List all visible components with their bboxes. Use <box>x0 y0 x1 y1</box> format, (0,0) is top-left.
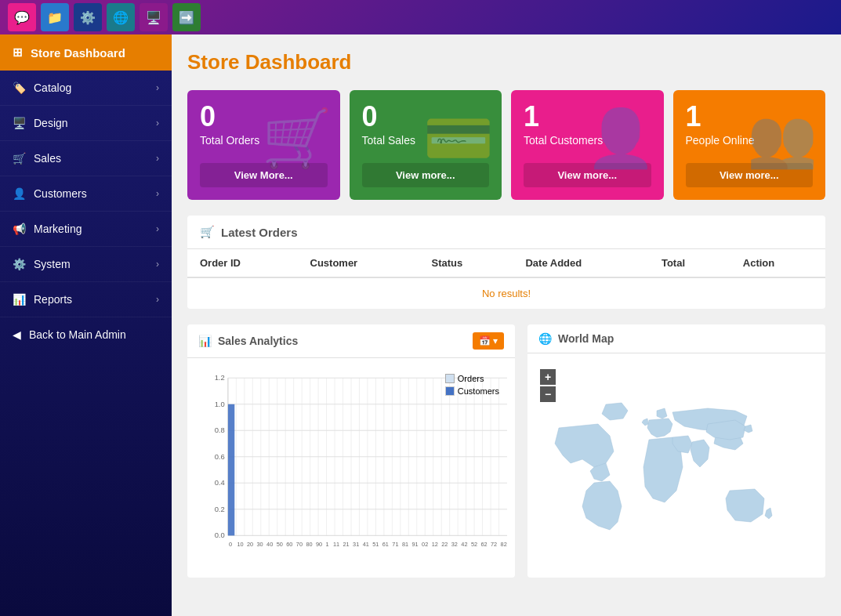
legend-orders: Orders <box>445 374 499 383</box>
col-date-added: Date Added <box>513 249 649 277</box>
col-status: Status <box>419 249 513 277</box>
svg-text:70: 70 <box>296 541 303 548</box>
svg-text:12: 12 <box>432 541 438 548</box>
chart-area: Orders Customers <box>187 358 515 578</box>
chevron-icon: › <box>156 153 159 164</box>
person-icon: 👤 <box>585 105 656 172</box>
page-title: Store Dashboard <box>187 50 825 74</box>
svg-text:50: 50 <box>277 541 283 548</box>
sidebar-item-system[interactable]: ⚙️ System › <box>0 247 172 282</box>
grid-icon: ⊞ <box>13 45 23 60</box>
globe-icon[interactable]: 🌐 <box>107 3 135 31</box>
sidebar-item-customers[interactable]: 👤 Customers › <box>0 176 172 212</box>
analytics-card: 📊 Sales Analytics 📅 ▾ Orders Customers <box>187 324 515 578</box>
chart-icon: 📊 <box>198 335 212 347</box>
back-arrow-icon: ◀ <box>13 328 21 341</box>
folder-icon[interactable]: 📁 <box>41 3 69 31</box>
sidebar-item-marketing[interactable]: 📢 Marketing › <box>0 212 172 247</box>
orders-header: 🛒 Latest Orders <box>187 216 825 249</box>
svg-text:72: 72 <box>491 541 497 548</box>
chat-icon[interactable]: 💬 <box>8 3 36 31</box>
svg-text:0.4: 0.4 <box>215 478 225 487</box>
chart-legend: Orders Customers <box>445 374 499 396</box>
legend-orders-label: Orders <box>458 374 484 383</box>
svg-text:20: 20 <box>247 541 253 548</box>
sidebar-item-back-to-main[interactable]: ◀ Back to Main Admin <box>0 317 172 352</box>
svg-text:0.6: 0.6 <box>215 452 225 461</box>
svg-text:0.0: 0.0 <box>215 531 225 540</box>
svg-text:32: 32 <box>451 541 458 548</box>
calendar-button[interactable]: 📅 ▾ <box>473 332 504 350</box>
chevron-icon: › <box>156 223 159 234</box>
legend-customers-label: Customers <box>458 386 499 396</box>
system-icon: ⚙️ <box>13 258 26 270</box>
svg-text:81: 81 <box>402 541 408 548</box>
map-zoom-out-button[interactable]: − <box>540 386 556 402</box>
analytics-title: Sales Analytics <box>218 335 298 347</box>
svg-text:1.0: 1.0 <box>215 400 225 408</box>
svg-text:42: 42 <box>461 541 467 548</box>
bottom-section: 📊 Sales Analytics 📅 ▾ Orders Customers <box>187 324 825 578</box>
settings-icon[interactable]: ⚙️ <box>74 3 102 31</box>
marketing-icon: 📢 <box>13 223 26 235</box>
svg-text:21: 21 <box>343 541 350 548</box>
svg-text:1: 1 <box>326 541 329 548</box>
people-icon: 👥 <box>747 105 817 172</box>
svg-text:71: 71 <box>392 541 398 548</box>
customers-icon: 👤 <box>13 187 26 200</box>
legend-customers: Customers <box>445 386 499 396</box>
main-container: ⊞ Store Dashboard 🏷️ Catalog › 🖥️ Design… <box>0 34 841 616</box>
map-controls: + − <box>540 369 556 402</box>
monitor-icon[interactable]: 🖥️ <box>140 3 168 31</box>
sidebar-item-design[interactable]: 🖥️ Design › <box>0 106 172 141</box>
svg-text:40: 40 <box>266 541 273 548</box>
col-customer: Customer <box>298 249 419 277</box>
sidebar-item-catalog[interactable]: 🏷️ Catalog › <box>0 71 172 106</box>
design-icon: 🖥️ <box>13 117 26 129</box>
stat-card-customers: 1 Total Customers 👤 View more... <box>511 90 664 200</box>
cart-header-icon: 🛒 <box>200 225 215 239</box>
sidebar-item-sales[interactable]: 🛒 Sales › <box>0 141 172 176</box>
svg-text:10: 10 <box>237 541 243 548</box>
analytics-header: 📊 Sales Analytics 📅 ▾ <box>187 324 515 358</box>
topbar: 💬 📁 ⚙️ 🌐 🖥️ ➡️ <box>0 0 841 34</box>
svg-text:22: 22 <box>441 541 448 548</box>
svg-text:90: 90 <box>316 541 322 548</box>
world-map-header: 🌐 World Map <box>527 324 825 353</box>
reports-icon: 📊 <box>13 293 26 306</box>
chevron-icon: › <box>156 82 159 93</box>
legend-customers-box <box>445 386 455 396</box>
svg-text:30: 30 <box>257 541 263 548</box>
svg-text:60: 60 <box>286 541 292 548</box>
credit-card-icon: 💳 <box>423 105 494 172</box>
chevron-icon: › <box>156 259 159 270</box>
svg-text:51: 51 <box>372 541 379 548</box>
svg-text:80: 80 <box>306 541 312 548</box>
sidebar-item-store-dashboard[interactable]: ⊞ Store Dashboard <box>0 34 172 71</box>
stat-card-sales: 0 Total Sales 💳 View more... <box>350 90 502 200</box>
no-results-text: No results! <box>187 277 825 309</box>
world-icon: 🌐 <box>538 332 552 345</box>
logout-icon[interactable]: ➡️ <box>172 3 201 31</box>
map-zoom-in-button[interactable]: + <box>540 369 556 385</box>
svg-text:82: 82 <box>501 541 507 548</box>
world-map-svg <box>535 385 817 565</box>
table-row-no-results: No results! <box>187 277 825 309</box>
stat-card-online: 1 People Online 👥 View more... <box>673 90 826 200</box>
orders-table: Order ID Customer Status Date Added Tota… <box>187 249 825 309</box>
svg-text:02: 02 <box>422 541 428 548</box>
svg-text:0.8: 0.8 <box>215 426 225 434</box>
svg-text:61: 61 <box>382 541 389 548</box>
svg-text:0.2: 0.2 <box>215 505 225 513</box>
main-content: Store Dashboard 0 Total Orders 🛒 View Mo… <box>172 34 841 616</box>
catalog-icon: 🏷️ <box>13 82 26 94</box>
chevron-icon: › <box>156 118 159 129</box>
svg-text:11: 11 <box>333 541 339 548</box>
sidebar-item-reports[interactable]: 📊 Reports › <box>0 282 172 317</box>
orders-title: Latest Orders <box>221 226 298 239</box>
legend-orders-box <box>445 374 455 383</box>
svg-text:62: 62 <box>480 541 487 548</box>
sidebar: ⊞ Store Dashboard 🏷️ Catalog › 🖥️ Design… <box>0 34 172 616</box>
stat-cards: 0 Total Orders 🛒 View More... 0 Total Sa… <box>187 90 825 200</box>
chevron-icon: › <box>156 188 159 199</box>
